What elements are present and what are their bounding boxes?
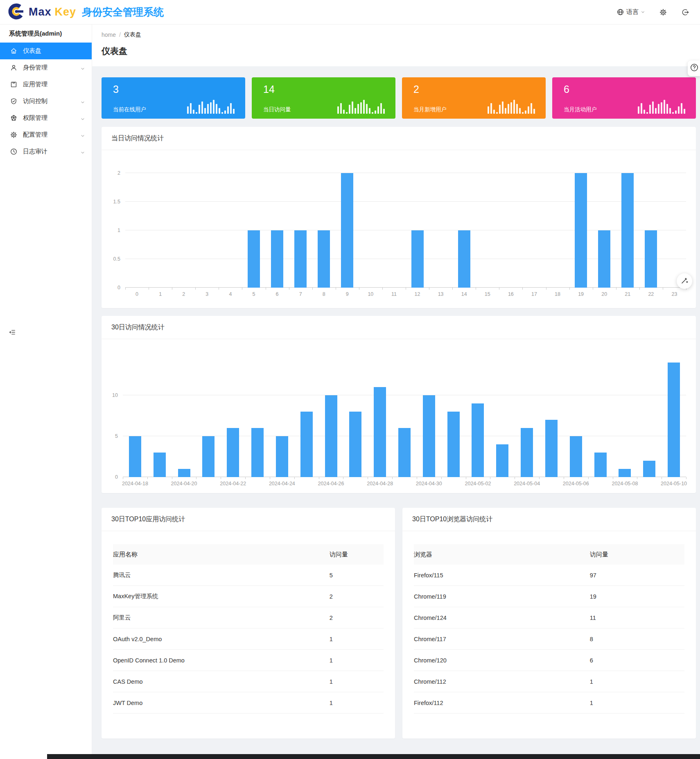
visits-cell: 1 (330, 657, 384, 664)
stat-card-3: 6当月活动用户 (552, 77, 696, 119)
sidebar-item-access-control[interactable]: 访问控制 (0, 93, 92, 110)
brand: MaxKey 身份安全管理系统 (7, 2, 164, 22)
visits-cell: 1 (330, 700, 384, 706)
chevron-down-icon (80, 99, 85, 104)
bar-plot: 05102024-04-182024-04-202024-04-222024-0… (123, 341, 686, 477)
x-axis-label: 19 (578, 291, 584, 297)
logout-icon (681, 8, 689, 16)
chevron-down-icon (80, 65, 85, 70)
x-axis-label: 12 (415, 291, 420, 297)
bar (325, 395, 337, 477)
home-icon (10, 47, 18, 55)
sidebar-item-label: 应用管理 (23, 81, 47, 88)
sidebar-item-audit[interactable]: 日志审计 (0, 143, 92, 160)
monthly-visits-chart: 05102024-04-182024-04-202024-04-222024-0… (102, 341, 696, 477)
app-icon (10, 81, 18, 88)
sidebar-item-dashboard[interactable]: 仪表盘 (0, 43, 92, 59)
visits-cell: 97 (590, 572, 684, 579)
shield-icon (10, 97, 18, 105)
page-header-area: home / 仪表盘 仪表盘 (92, 25, 700, 66)
bar (300, 412, 313, 477)
table-row: Chrome/1121 (414, 671, 684, 692)
header-actions: 语言 (616, 8, 689, 16)
bar (447, 412, 460, 477)
bar (570, 436, 582, 477)
x-axis-label: 2024-04-20 (171, 481, 197, 486)
language-menu[interactable]: 语言 (616, 8, 645, 16)
bar (248, 230, 260, 288)
stat-value: 2 (413, 83, 546, 96)
table-row: OpenID Connect 1.0 Demo1 (113, 650, 384, 671)
top-apps-table: 应用名称访问量腾讯云5MaxKey管理系统2阿里云2OAuth v2.0_Dem… (102, 531, 395, 714)
bar (598, 230, 610, 288)
sidebar-item-label: 身份管理 (23, 64, 47, 72)
brand-max: Max (29, 6, 52, 18)
chevron-down-icon (80, 133, 85, 137)
visits-cell: 1 (590, 678, 684, 685)
bar (423, 395, 435, 477)
table-row: Chrome/1206 (414, 650, 684, 671)
bar (458, 230, 470, 288)
settings-button[interactable] (659, 8, 667, 16)
y-axis-label: 1.5 (113, 199, 120, 205)
visits-cell: 2 (330, 615, 384, 621)
sidebar-item-apps[interactable]: 应用管理 (0, 76, 92, 93)
table-row: Firefox/1121 (414, 692, 684, 714)
help-button[interactable] (688, 61, 700, 76)
table-row: Chrome/12411 (414, 607, 684, 628)
x-axis-label: 0 (135, 291, 138, 297)
bar (154, 453, 166, 477)
table-row: 腾讯云5 (113, 565, 384, 586)
x-axis-label: 11 (391, 291, 397, 297)
name-cell: Firefox/112 (414, 700, 590, 706)
x-axis-label: 2 (182, 291, 185, 297)
x-axis-label: 5 (252, 291, 255, 297)
x-axis-label: 2024-04-18 (122, 481, 148, 486)
visits-cell: 1 (330, 678, 384, 685)
table-row: OAuth v2.0_Demo1 (113, 628, 384, 650)
top-browsers-title: 30日TOP10浏览器访问统计 (402, 508, 696, 531)
sidebar-collapse-button[interactable] (8, 328, 16, 336)
sidebar-item-permissions[interactable]: 权限管理 (0, 110, 92, 126)
stat-card-1: 14当日访问量 (252, 77, 395, 119)
maxkey-dashboard-page: MaxKey 身份安全管理系统 语言 (0, 0, 700, 759)
question-icon (690, 63, 699, 74)
bar (251, 428, 264, 477)
x-axis-label: 15 (485, 291, 490, 297)
brand-key: Key (55, 6, 77, 18)
sidebar-item-label: 配置管理 (23, 131, 47, 139)
chevron-down-icon (641, 10, 645, 14)
logout-button[interactable] (681, 8, 689, 16)
table-header-row: 浏览器访问量 (414, 544, 684, 565)
bar (318, 230, 330, 288)
x-axis-label: 8 (323, 291, 325, 297)
sidebar-item-identity[interactable]: 身份管理 (0, 59, 92, 76)
sparkline-icon (187, 99, 235, 114)
bar (619, 469, 631, 477)
sidebar-menu: 仪表盘身份管理应用管理访问控制权限管理配置管理日志审计 (0, 43, 92, 160)
y-axis-label: 10 (112, 392, 118, 398)
clock-icon (10, 148, 18, 155)
name-cell: CAS Demo (113, 678, 330, 685)
x-axis-label: 2024-04-30 (416, 481, 442, 486)
name-cell: JWT Demo (113, 700, 330, 706)
name-cell: Chrome/124 (414, 615, 590, 621)
theme-wand-button[interactable] (677, 273, 692, 289)
daily-visits-panel: 当日访问情况统计 00.511.520123456789101112131415… (102, 127, 696, 308)
breadcrumb-home-link[interactable]: home (102, 32, 116, 38)
x-axis-label: 13 (438, 291, 444, 297)
table-row: Chrome/1178 (414, 628, 684, 650)
top-apps-title: 30日TOP10应用访问统计 (102, 508, 395, 531)
tables-row: 30日TOP10应用访问统计 应用名称访问量腾讯云5MaxKey管理系统2阿里云… (102, 508, 696, 739)
x-axis-label: 16 (508, 291, 514, 297)
bar (178, 469, 190, 477)
bar (227, 428, 239, 477)
top-browsers-panel: 30日TOP10浏览器访问统计 浏览器访问量Firefox/11597Chrom… (402, 508, 696, 739)
language-label: 语言 (626, 8, 639, 16)
visits-cell: 1 (590, 700, 684, 706)
sidebar-item-config[interactable]: 配置管理 (0, 126, 92, 143)
dashboard-content: 3当前在线用户14当日访问量2当月新增用户6当月活动用户 当日访问情况统计 00… (92, 66, 700, 754)
visits-cell: 11 (590, 615, 684, 621)
bar (594, 453, 607, 477)
stat-value: 14 (263, 83, 395, 96)
